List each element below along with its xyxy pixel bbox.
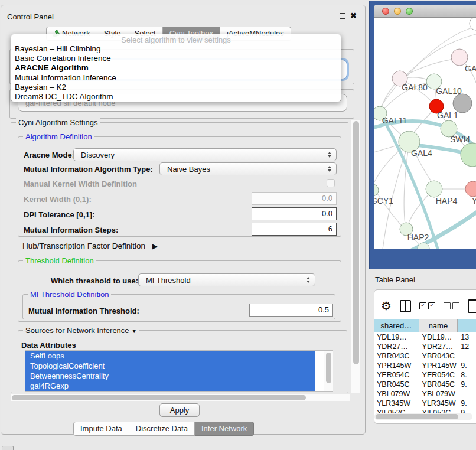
attribute-item-gal4rgexp[interactable]: gal4RGexp	[25, 381, 315, 391]
algorithm-option-aracne-algorithm[interactable]: ARACNE Algorithm	[11, 63, 341, 73]
network-node-label: GAL11	[382, 116, 407, 125]
apply-button[interactable]: Apply	[159, 403, 200, 417]
table-cell: YPR145W	[419, 361, 458, 370]
table-cell: 9.	[458, 361, 476, 370]
manual-kernel-label: Manual Kernel Width Definition	[24, 180, 137, 188]
scrollbar-thumb[interactable]	[12, 395, 306, 400]
dpi-tolerance-field[interactable]: 0.0	[252, 207, 337, 220]
network-node[interactable]	[451, 49, 468, 66]
dpi-tolerance-label: DPI Tolerance [0,1]:	[24, 210, 94, 219]
combo-arrows-icon	[307, 277, 310, 283]
table-row[interactable]: YPR145WYPR145W9.	[374, 361, 476, 370]
table-cell: 9.	[458, 380, 476, 389]
network-node-label: GAL80	[402, 83, 428, 92]
which-threshold-label: Which threshold to use:	[51, 276, 138, 285]
network-node[interactable]	[465, 181, 476, 197]
algorithm-dropdown-placeholder: Select algorithm to view settings	[11, 34, 341, 44]
close-icon[interactable]	[382, 8, 389, 15]
column-header-extra[interactable]	[458, 319, 476, 332]
table-cell: YBR045C	[374, 380, 419, 389]
column-header-name[interactable]: name	[419, 319, 458, 332]
table-cell	[458, 389, 476, 399]
page-icon[interactable]	[468, 299, 476, 313]
network-node-label: GAL4	[411, 148, 432, 158]
combo-arrows-icon	[328, 152, 331, 158]
kernel-width-label: Kernel Width (0,1):	[24, 195, 92, 204]
table-rows: YDL19…YDL19…13YDR27…YDR27…12YBR043CYBR04…	[374, 332, 476, 414]
network-node-label: GCY1	[374, 196, 393, 206]
scrollbar-thumb[interactable]	[326, 353, 331, 383]
table-cell	[458, 351, 476, 361]
manual-kernel-checkbox[interactable]	[327, 179, 335, 187]
tab-label: Discretize Data	[136, 424, 188, 433]
table-row[interactable]: YBR043CYBR043C	[374, 351, 476, 361]
mi-threshold-label: Mutual Information Threshold:	[28, 306, 139, 315]
table-cell: YBL079W	[374, 389, 419, 399]
table-panel-title: Table Panel	[375, 275, 415, 284]
table-cell: 12	[458, 342, 476, 351]
attribute-item-selfloops[interactable]: SelfLoops	[25, 351, 315, 361]
chevron-down-icon[interactable]: ▼	[131, 328, 137, 334]
collapsed-panel-button[interactable]	[2, 446, 14, 450]
mi-type-combobox[interactable]: Naive Bayes	[159, 162, 337, 175]
mi-type-label: Mutual Information Algorithm Type:	[24, 165, 153, 174]
algorithm-definition-title: Algorithm Definition	[23, 132, 94, 141]
attribute-item-topologicalcoefficient[interactable]: TopologicalCoefficient	[25, 361, 315, 371]
column-header-shared[interactable]: shared…	[374, 319, 419, 332]
attribute-item-betweennesscentrality[interactable]: BetweennessCentrality	[25, 371, 315, 381]
minimize-icon[interactable]	[340, 13, 345, 19]
network-node-label: GAL	[465, 64, 476, 73]
mi-steps-field[interactable]: 6	[252, 223, 337, 236]
sources-group-title: Sources for Network Inference ▼	[23, 326, 139, 335]
chevron-right-icon: ▶	[152, 242, 158, 250]
zoom-icon[interactable]	[406, 8, 413, 15]
table-row[interactable]: YLR345WYLR345W9.	[374, 399, 476, 408]
checked-checkbox-pair-icon[interactable]: ✓✓	[419, 302, 435, 309]
table-row[interactable]: YBL079WYBL079W	[374, 389, 476, 399]
scrollbar-thumb[interactable]	[376, 414, 458, 419]
table-row[interactable]: YBR045CYBR045C9.	[374, 380, 476, 389]
sources-title-text: Sources for Network Inference	[25, 326, 129, 335]
network-node-label: Y	[472, 196, 476, 206]
settings-horizontal-scrollbar[interactable]	[11, 394, 350, 401]
algorithm-option-bayesian-k2[interactable]: Bayesian – K2	[11, 83, 341, 92]
gear-icon[interactable]: ⚙	[381, 300, 392, 312]
network-canvas[interactable]: GALGAL80GAL10GAL1GAL11SWI4GAL4GCY1HAP4YH…	[374, 18, 476, 249]
minimize-icon[interactable]	[394, 8, 401, 15]
close-icon[interactable]: ✖	[350, 13, 357, 19]
algorithm-option-bayesian-hill-climbing[interactable]: Bayesian – Hill Climbing	[11, 44, 341, 54]
algorithm-option-dream8-dc-tdc-algorithm[interactable]: Dream8 DC_TDC Algorithm	[11, 92, 341, 102]
network-node-label: GAL1	[437, 110, 458, 120]
tab-discretize-data[interactable]: Discretize Data	[129, 422, 195, 436]
settings-vertical-scrollbar[interactable]	[351, 120, 360, 393]
table-horizontal-scrollbar[interactable]	[374, 413, 472, 420]
table-row[interactable]: YDR27…YDR27…12	[374, 342, 476, 351]
aracne-mode-combobox[interactable]: Discovery	[73, 148, 337, 161]
network-node-label: SWI4	[450, 135, 470, 144]
which-threshold-combobox[interactable]: MI Threshold	[138, 273, 315, 286]
table-row[interactable]: YDL19…YDL19…13	[374, 332, 476, 342]
kernel-width-field[interactable]: 0.0	[252, 192, 337, 205]
network-node[interactable]	[461, 143, 476, 167]
mi-threshold-field[interactable]: 0.5	[249, 304, 333, 317]
algorithm-option-mutual-information-inference[interactable]: Mutual Information Inference	[11, 73, 341, 83]
network-node-label: HAP4	[436, 196, 458, 206]
network-window-titlebar[interactable]	[374, 5, 476, 18]
tab-impute-data[interactable]: Impute Data	[73, 422, 129, 436]
network-edge[interactable]	[375, 190, 402, 226]
table-cell: YBR045C	[419, 380, 458, 389]
attribute-list-scrollbar[interactable]	[324, 351, 333, 391]
split-columns-icon[interactable]	[400, 300, 411, 312]
network-node[interactable]	[426, 181, 442, 197]
unchecked-checkbox-pair-icon[interactable]	[444, 302, 459, 309]
hub-definition-toggle[interactable]: Hub/Transcription Factor Definition ▶	[22, 242, 158, 250]
table-row[interactable]: YER054CYER054C8.	[374, 370, 476, 380]
tab-infer-network[interactable]: Infer Network	[195, 422, 254, 436]
algorithm-dropdown-popup: Select algorithm to view settings Bayesi…	[11, 34, 341, 102]
algorithm-option-basic-correlation-inference[interactable]: Basic Correlation Inference	[11, 54, 341, 63]
panel-divider	[0, 435, 350, 435]
table-cell: YDR27…	[419, 342, 458, 351]
scrollbar-thumb[interactable]	[353, 121, 359, 364]
table-cell: YDL19…	[374, 332, 419, 342]
table-cell: YBR043C	[374, 351, 419, 361]
